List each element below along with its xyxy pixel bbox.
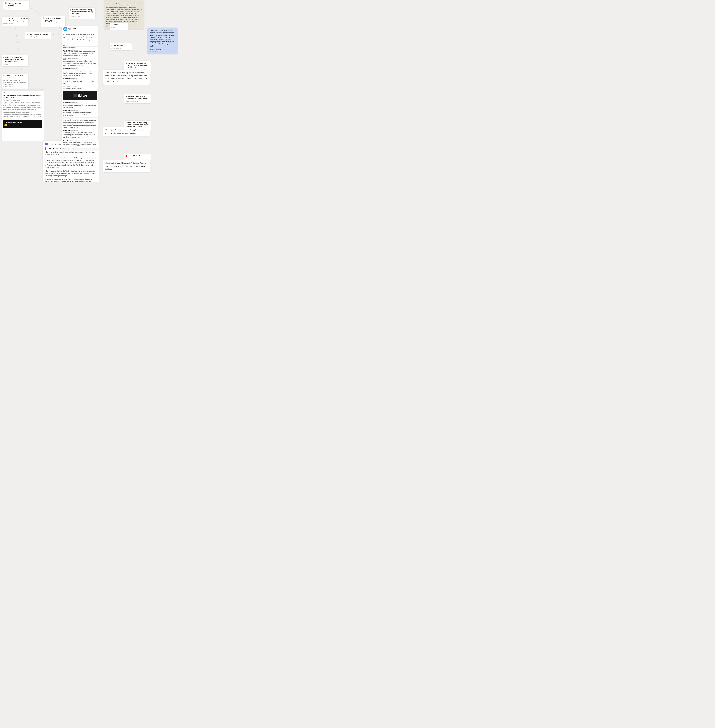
card-jm-url: researchgate.net (112, 48, 130, 49)
reply6-author: Steve Ruiz @steveruizok (63, 110, 97, 112)
card-ask-cto-url: werd.io (3, 63, 27, 65)
card-booksreview[interactable]: https://booksreview.net/2025/02/the-poor… (2, 17, 29, 26)
twitter-author: Steve Ruiz (68, 27, 77, 29)
card-save-wisdom[interactable]: The 1000 Save Wisdom Questions. – SaveWi… (41, 16, 65, 27)
topology-icon: ◉ (126, 96, 127, 97)
card-topology-url: studioradioduruns.com (126, 101, 149, 102)
tweet-reply-6: Steve Ruiz @steveruizok We eventually sh… (62, 109, 98, 118)
webpage-hp-logo: HP (3, 92, 42, 94)
card-ask-cto[interactable]: Ask a CTO: security vs. productivity; wh… (2, 55, 29, 66)
card-title: We Don't Need No Innovation (8, 2, 28, 6)
ms-icon (126, 122, 126, 124)
card-twitter-embed[interactable]: SR Steve Ruiz @steveruizok We've been wo… (62, 26, 98, 150)
favicon-link-icon3 (43, 17, 44, 19)
max-dot (5, 90, 6, 90)
favicon-link-icon5 (3, 57, 4, 58)
discord-para4: Humane had its foibles, and the CosmOS p… (45, 178, 96, 182)
tweet-timestamp: 5:12 AM · 07/30 · 17 (62, 42, 98, 44)
webpage-humane-banner: Get the latest from Humane (3, 120, 42, 128)
rg-icon: 𝐑 (112, 45, 112, 46)
card-ars-technica[interactable]: How one YouTuber is trying to poison the… (69, 8, 95, 19)
tldraw-logo-area: ⬛ tldraw (63, 91, 97, 100)
card-foldables-title: Are Foldables Cooked? (128, 155, 145, 157)
tweet-reply-8: Steve Ruiz @steveruizok So my goal is to… (62, 129, 98, 139)
tw-bar-like: Like (73, 148, 75, 149)
webpage-date: Palo Alto, CA February 25, 2025 (3, 99, 42, 101)
reply7-author: Steve Ruiz @steveruizok (63, 118, 97, 120)
reply1-author: Steve Ruiz @steveruizok (63, 50, 97, 51)
foldables-note-text: Almost and not quite. Hardware isn't the… (105, 162, 148, 170)
tweet-reply-5: Steve Ruiz @steveruizok Try to be clear:… (62, 101, 98, 109)
card-hp-subtitle: HP Accelerates AI Software Investments t… (3, 80, 27, 85)
card-foldables-url: youtube.com (126, 158, 149, 160)
card-topology[interactable]: ◉ What we might become: a topology of sh… (124, 94, 151, 103)
card-hp-title: HP Accelerates AI Software Investme... (7, 75, 27, 79)
card-topology-title: What we might become: a topology of shar… (128, 96, 149, 99)
card-x-com[interactable]: 𝕏 x.com x.com (110, 23, 128, 30)
card-title3: The 1000 Save Wisdom Questions. – SaveWi… (45, 17, 64, 23)
discord-para2: As for Humane, am not exactly happy abou… (45, 157, 96, 169)
reply6-text: We eventually shipped tarch tldraw.com, … (63, 112, 97, 117)
tweet-reply-9: Steve Ruiz @steveruizok Well keep trying… (62, 139, 98, 148)
card-ars-url: arstechnica.com (70, 16, 94, 17)
tweet-action-reply: 💬 (63, 45, 65, 46)
card-title2: https://booksreview.net/2025/02/the-poor… (5, 18, 30, 22)
tweet-actions: 💬 🔁 ♡ ↗ (62, 44, 98, 47)
reply5-text: Try to be clear: the results were pretty… (63, 103, 97, 109)
card-hp-webpage[interactable]: HP HP Accelerates AI Software Investment… (2, 89, 44, 141)
reply8-text: So my goal is to to be the best to do th… (63, 131, 97, 139)
quote-ben-text: I always call AI 'infinite interns', and… (150, 30, 175, 47)
card-ask-cto-title: Ask a CTO: security vs. productivity; wh… (5, 57, 27, 62)
twitter-handle: @steveruizok (68, 29, 77, 31)
card-hp-url: humane.com (3, 86, 27, 87)
min-dot (4, 90, 5, 90)
reply2-author: Steve Ruiz @steveruizok (63, 57, 97, 59)
reply7-text: One hope was that we could develop a sol… (63, 120, 97, 129)
reply9-author: Steve Ruiz @steveruizok (63, 140, 97, 142)
quote-ben-attr: — Benedict Evans (150, 48, 175, 50)
x-icon: 𝕏 (112, 24, 113, 26)
webpage-h3: HP Accelerates AI Software Investments t… (3, 95, 42, 99)
reply3-author: Steve Ruiz @steveruizok (63, 68, 97, 69)
oura-icon: ▲ (126, 63, 127, 64)
reply4-author: Steve Ruiz @steveruizok (63, 78, 97, 79)
twitter-avatar: SR (63, 27, 67, 31)
card-hp-accelerates[interactable]: HP HP Accelerates AI Software Investme..… (2, 74, 29, 89)
tw-bar-reply: Reply (63, 148, 66, 149)
tweet-reply-3: Steve Ruiz @steveruizok The middle part—… (62, 67, 98, 77)
tweet-action-share: ↗ (73, 45, 74, 46)
reply4-text: We've already done a lot of work on this… (63, 79, 97, 84)
humane-banner-text: Get the latest from Humane (5, 121, 41, 123)
reply1-text: There's a lot to do with this pattern: A… (63, 51, 97, 56)
card-majorana-note: This ought to be bigger news but the app… (103, 127, 150, 136)
discord-para1: There's a handicap (towards screens) tha… (45, 151, 96, 156)
humane-logo-dot (5, 124, 7, 127)
tweet-reply-7: Steve Ruiz @steveruizok One hope was tha… (62, 118, 98, 130)
favicon-link-icon (5, 2, 6, 4)
tldraw-embed: tldraw @tldraw · 4/25/24 We're building … (62, 86, 98, 90)
not-badge: Not (129, 65, 134, 68)
tweet-main-content: We've been working on an "ai module" for… (62, 32, 98, 42)
webpage-para2: This investment will accelerate HP's abi… (3, 107, 42, 113)
hp-icon: HP (3, 75, 6, 77)
card-just-a-moment[interactable]: 𝐑 Just a moment... researchgate.net (110, 43, 131, 50)
discord-icon: D (45, 143, 48, 145)
webpage-para3: HP is continuing to strengthen its full … (3, 114, 42, 119)
tweet-reply-4: Steve Ruiz @steveruizok We've already do… (62, 77, 98, 86)
card-quote-benedict: I always call AI 'infinite interns', and… (148, 28, 178, 54)
card-we-dont-need[interactable]: We Don't Need No Innovation leahmob.com (3, 1, 29, 10)
card-url2: booksreview.net (3, 23, 27, 24)
majorana-note-text: This ought to be bigger news but the app… (105, 128, 148, 134)
reply8-author: Steve Ruiz @steveruizok (63, 130, 97, 131)
card-dont-fork[interactable]: Don't fork the ecosystem newsletter.squi… (25, 32, 51, 39)
card-x-title: x.com (114, 24, 118, 26)
tweet-reply-2: Steve Ruiz @steveruizok Of the three ste… (62, 57, 98, 67)
favicon-link-icon4 (27, 33, 29, 35)
canvas: We Don't Need No Innovation leahmob.com … (0, 0, 179, 182)
card-url3: savewisdom.org (43, 24, 64, 26)
quote-ben-url: ben-evans.com (150, 51, 175, 52)
tweet-action-rt: 🔁 (67, 45, 68, 46)
reply9-text: Well keep trying to solve the problem to… (63, 142, 97, 147)
reply3-text: The middle part—running the canvas data … (63, 69, 97, 76)
card-ars-title: How one YouTuber is trying to poison the… (72, 9, 94, 15)
